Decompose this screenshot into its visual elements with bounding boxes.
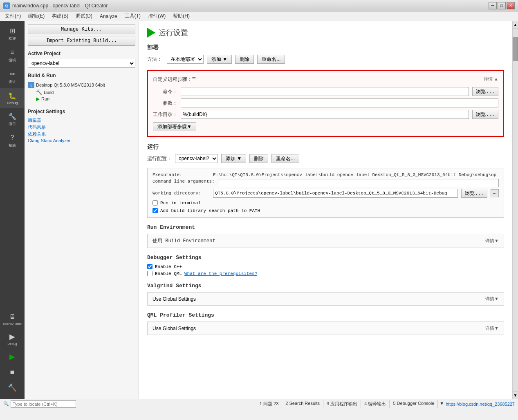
custom-steps-detail-link[interactable]: 详情 ▲ [484, 76, 498, 83]
menu-controls[interactable]: 控件(W) [145, 12, 169, 20]
project-select-container: opencv-label [28, 59, 135, 68]
enable-cpp-checkbox[interactable] [147, 264, 152, 269]
manage-kits-button[interactable]: Manage Kits... [28, 25, 135, 34]
run-rename-button[interactable]: 重命名... [271, 154, 299, 163]
deploy-rename-button[interactable]: 重命名... [257, 55, 285, 64]
run-sub-item[interactable]: ▶ Run [28, 96, 135, 102]
sidebar-item-bottom-run[interactable]: ▶ [0, 349, 25, 364]
menu-file[interactable]: 文件(F) [2, 12, 24, 20]
valgrind-detail-button[interactable]: 详情▼ [485, 296, 499, 302]
working-dir-browse-button[interactable]: 浏览... [461, 189, 487, 198]
sidebar-item-bottom-stop[interactable]: ■ [0, 364, 25, 380]
sidebar-item-help[interactable]: ? 帮助 [0, 130, 25, 152]
run-delete-button[interactable]: 删除 [249, 154, 268, 163]
main-content: 运行设置 部署 方法： 在本地部署 添加 ▼ 删除 重命名... 自定义进程步骤… [139, 21, 512, 399]
deploy-method-label: 方法： [147, 56, 164, 63]
prerequisites-link[interactable]: What are the prerequisites? [184, 271, 257, 276]
sidebar-item-bottom-build[interactable]: 🔨 [0, 380, 25, 395]
sidebar-item-edit[interactable]: ≡ 编辑 [0, 45, 25, 66]
menu-analyze[interactable]: Analyze [96, 13, 121, 20]
terminal-checkbox-row: Run in terminal [152, 200, 499, 206]
minimize-button[interactable]: ─ [489, 2, 497, 9]
add-step-row: 添加部署步骤▼ [153, 122, 498, 131]
projects-icon: 🔧 [8, 112, 17, 121]
settings-link-dependencies[interactable]: 依赖关系 [28, 131, 135, 138]
workdir-input[interactable] [181, 110, 469, 119]
debug-icon: 🐛 [8, 91, 17, 100]
params-input[interactable] [181, 98, 498, 107]
working-dir-input[interactable] [213, 189, 458, 198]
maximize-button[interactable]: □ [498, 2, 506, 9]
active-project-label: Active Project [28, 51, 135, 56]
command-row: 命令： 浏览... [153, 87, 498, 96]
settings-link-clang[interactable]: Clang Static Analyzer [28, 138, 135, 143]
run-env-detail-button[interactable]: 详情▼ [485, 238, 499, 244]
settings-link-editor[interactable]: 编辑器 [28, 117, 135, 124]
kit-item[interactable]: Q Desktop Qt 5.8.0 MSVC2013 64bit [28, 81, 135, 89]
custom-steps-box: 自定义进程步骤："" 详情 ▲ 命令： 浏览... 参数： 工作目录： 浏览..… [147, 70, 504, 137]
sidebar-icons: ⊞ 欢迎 ≡ 编辑 ✏ 设计 🐛 Debug 🔧 项目 ? 帮助 🖥 openc [0, 21, 25, 399]
sidebar-item-bottom-project[interactable]: 🖥 opencv-label [0, 309, 25, 329]
run-label: Run [41, 96, 49, 101]
menu-edit[interactable]: 编辑(E) [25, 12, 48, 20]
workdir-browse-button[interactable]: 浏览... [472, 110, 498, 119]
deploy-section: 部署 方法： 在本地部署 添加 ▼ 删除 重命名... [147, 44, 504, 64]
build-sub-item[interactable]: 🔨 Build [28, 89, 135, 96]
scroll-down-button[interactable]: ▼ [513, 391, 518, 399]
close-button[interactable]: ✕ [507, 2, 515, 9]
titlebar-text: mainwindow.cpp - opencv-label - Qt Creat… [12, 3, 108, 9]
menu-build[interactable]: 构建(B) [49, 12, 72, 20]
project-icon: 🖥 [8, 312, 17, 321]
valgrind-title: Valgrind Settings [147, 283, 504, 289]
sidebar-item-projects[interactable]: 🔧 项目 [0, 108, 25, 130]
status-tab-search[interactable]: 2 Search Results [282, 400, 323, 408]
status-tab-problems[interactable]: 1 问题 23 [256, 400, 282, 408]
menu-help[interactable]: 帮助(H) [170, 12, 193, 20]
project-select[interactable]: opencv-label [28, 59, 135, 68]
sidebar-item-label-help: 帮助 [9, 143, 16, 148]
valgrind-box: Use Global Settings 详情▼ [147, 292, 504, 306]
valgrind-global-label: Use Global Settings [152, 296, 196, 302]
sidebar-item-debug[interactable]: 🐛 Debug [0, 88, 25, 108]
status-tab-debugger[interactable]: 5 Debugger Console [390, 400, 438, 408]
command-input[interactable] [181, 87, 469, 96]
scrollbar-thumb[interactable] [513, 37, 518, 61]
deploy-method-select[interactable]: 在本地部署 [167, 55, 204, 64]
enable-qml-checkbox[interactable] [147, 271, 152, 276]
status-tab-app-output[interactable]: 3 应用程序输出 [323, 400, 361, 408]
search-input[interactable] [11, 400, 76, 408]
sidebar-item-bottom-debug[interactable]: ▶ Debug [0, 329, 25, 349]
run-config-select[interactable]: opencv-label2 [175, 154, 218, 163]
menu-tools[interactable]: 工具(T) [121, 12, 144, 20]
run-section-header: 运行 [147, 143, 504, 151]
library-checkbox[interactable] [152, 208, 158, 213]
enable-qml-row: Enable QML What are the prerequisites? [147, 271, 504, 276]
import-existing-build-button[interactable]: Import Existing Build... [28, 36, 135, 46]
cmd-args-input[interactable] [218, 179, 499, 187]
working-dir-extra-button[interactable]: ··· [491, 189, 499, 197]
app-icon: Q [3, 2, 10, 9]
sidebar-item-welcome[interactable]: ⊞ 欢迎 [0, 23, 25, 45]
add-deploy-step-button[interactable]: 添加部署步骤▼ [153, 122, 196, 131]
settings-link-code-style[interactable]: 代码风格 [28, 124, 135, 131]
executable-value: E:\hui\QT\QT5.8.0\Projects\opencv-label\… [213, 172, 496, 177]
vertical-scrollbar[interactable]: ▲ ▼ [512, 21, 518, 399]
terminal-checkbox[interactable] [152, 200, 158, 206]
deploy-delete-button[interactable]: 删除 [235, 55, 254, 64]
sidebar-divider [4, 307, 20, 307]
kit-icon: Q [28, 82, 34, 88]
deploy-add-button[interactable]: 添加 ▼ [207, 55, 232, 64]
executable-info-box: Executable: E:\hui\QT\QT5.8.0\Projects\o… [147, 168, 504, 218]
qml-detail-button[interactable]: 详情▼ [485, 325, 499, 331]
sidebar-item-design[interactable]: ✏ 设计 [0, 66, 25, 88]
executable-row: Executable: E:\hui\QT\QT5.8.0\Projects\o… [152, 172, 499, 177]
status-tab-compile[interactable]: 4 编译输出 [361, 400, 390, 408]
command-browse-button[interactable]: 浏览... [472, 87, 498, 96]
custom-steps-title-text: 自定义进程步骤："" [153, 76, 196, 83]
kit-name: Desktop Qt 5.8.0 MSVC2013 64bit [36, 83, 105, 87]
enable-qml-label: Enable QML [155, 271, 182, 276]
cmd-args-row: Command line arguments: [152, 179, 499, 187]
scroll-up-button[interactable]: ▲ [513, 21, 518, 29]
run-add-button[interactable]: 添加 ▼ [221, 154, 246, 163]
menu-debug[interactable]: 调试(D) [72, 12, 96, 20]
